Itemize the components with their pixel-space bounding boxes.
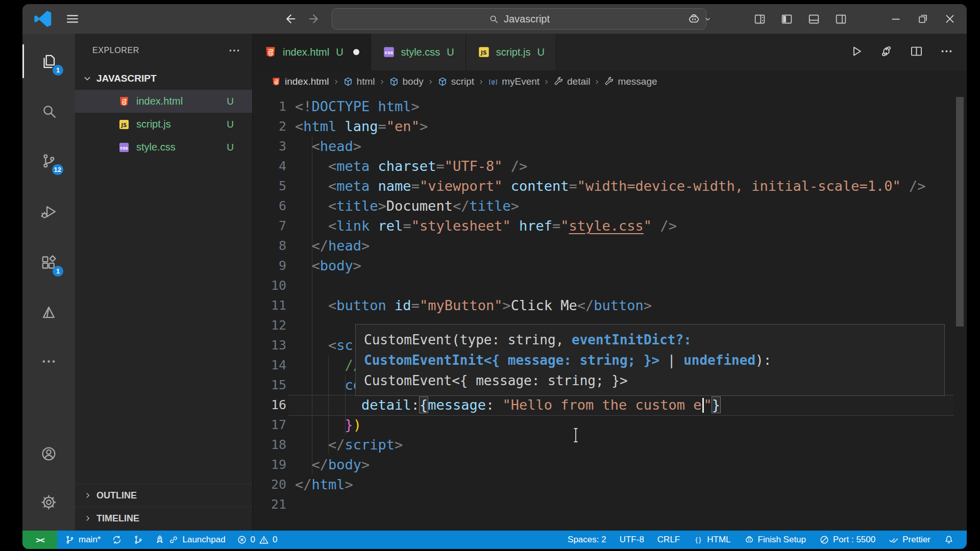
- status-notifications[interactable]: [939, 531, 959, 549]
- code-line-18[interactable]: 18 </script>: [253, 435, 967, 455]
- split-icon: [910, 44, 923, 58]
- code-line-20[interactable]: 20</html>: [253, 474, 967, 494]
- copilot-button[interactable]: [687, 12, 712, 26]
- status-live-server-port[interactable]: Port : 5500: [815, 531, 880, 549]
- symbol-event-icon: [@]: [488, 77, 498, 87]
- prism-icon: [40, 304, 57, 321]
- status-sync[interactable]: [107, 531, 127, 549]
- file-row-script.js[interactable]: JSscript.jsU: [75, 113, 252, 136]
- code-line-16[interactable]: 16 detail:{message: "Hello from the cust…: [253, 395, 967, 415]
- code-line-8[interactable]: 8 </head>: [253, 236, 967, 256]
- breadcrumb-item-script[interactable]: script: [437, 76, 474, 87]
- code-line-1[interactable]: 1<!DOCTYPE html>: [253, 96, 967, 116]
- tooltip-line: CustomEvent(type: string, eventInitDict?…: [364, 330, 936, 350]
- code-line-content: <meta name="viewport" content="width=dev…: [295, 176, 926, 196]
- status-indentation[interactable]: Spaces: 2: [563, 531, 611, 549]
- folder-row-javascript[interactable]: JAVASCRIPT: [75, 67, 252, 90]
- mouse-ibeam-cursor: [570, 427, 582, 443]
- toggle-panel-icon[interactable]: [807, 13, 820, 26]
- activity-item-more-views[interactable]: [36, 349, 61, 373]
- code-line-21[interactable]: 21: [253, 494, 967, 514]
- editor-action-split-editor[interactable]: [910, 44, 923, 60]
- minimize-icon[interactable]: [889, 12, 902, 26]
- line-number: 18: [253, 435, 286, 455]
- activity-item-settings[interactable]: [36, 490, 61, 514]
- file-row-index.html[interactable]: index.htmlU: [75, 90, 252, 113]
- breadcrumb-item-message[interactable]: message: [604, 76, 657, 87]
- editor-action-more-actions[interactable]: [940, 44, 953, 60]
- line-number: 19: [253, 455, 286, 474]
- sidebar-sections: OUTLINETIMELINE: [75, 484, 252, 530]
- svg-text:{}: {}: [695, 536, 702, 543]
- activity-bar: 1121: [22, 34, 75, 531]
- bell-icon: [944, 535, 954, 545]
- code-editor[interactable]: 1<!DOCTYPE html>2<html lang="en">3 <head…: [253, 93, 967, 531]
- compare-icon: [879, 44, 893, 58]
- activity-item-source-control[interactable]: 12: [36, 148, 61, 173]
- command-center-search[interactable]: Javascript: [332, 8, 706, 30]
- file-row-style.css[interactable]: cssstyle.cssU: [75, 136, 252, 159]
- section-label: TIMELINE: [96, 513, 139, 524]
- activity-item-search[interactable]: [36, 98, 61, 123]
- close-icon[interactable]: [943, 12, 957, 26]
- activity-item-explorer[interactable]: 1: [36, 49, 61, 73]
- customize-layout-icon[interactable]: [753, 13, 766, 26]
- editor-scrollbar[interactable]: [956, 97, 964, 327]
- editor-action-open-changes[interactable]: [879, 44, 893, 60]
- toggle-primary-sidebar-icon[interactable]: [780, 13, 793, 26]
- activity-item-accounts[interactable]: [36, 441, 61, 466]
- activity-item-prism-extension[interactable]: [36, 300, 61, 324]
- code-line-content: </html>: [295, 474, 353, 494]
- code-line-6[interactable]: 6 <title>Document</title>: [253, 196, 967, 216]
- status-language-mode[interactable]: {}HTML: [689, 531, 735, 549]
- navigate-back-icon[interactable]: [283, 12, 297, 26]
- status-copilot-setup[interactable]: Finish Setup: [740, 531, 811, 549]
- code-line-content: <!DOCTYPE html>: [295, 96, 420, 116]
- tooltip-line: CustomEvent<{ message: string; }>: [364, 370, 936, 391]
- editor-action-run[interactable]: [849, 44, 863, 60]
- toggle-secondary-sidebar-icon[interactable]: [835, 13, 847, 26]
- breadcrumb-item-detail[interactable]: detail: [553, 76, 590, 87]
- status-prettier[interactable]: Prettier: [884, 531, 935, 549]
- code-line-5[interactable]: 5 <meta name="viewport" content="width=d…: [253, 176, 967, 196]
- navigate-forward-icon[interactable]: [307, 12, 322, 26]
- tab-index.html[interactable]: index.htmlU: [253, 34, 371, 70]
- activity-item-extensions[interactable]: 1: [36, 250, 61, 274]
- warning-icon: [259, 535, 269, 545]
- sidebar-section-outline[interactable]: OUTLINE: [75, 484, 252, 507]
- code-line-content: detail:{message: "Hello from the custom …: [295, 395, 720, 415]
- chevron-right-icon: [83, 514, 92, 523]
- code-line-11[interactable]: 11 <button id="myButton">Click Me</butto…: [253, 295, 967, 315]
- status-end-of-line[interactable]: CRLF: [653, 531, 684, 549]
- code-line-17[interactable]: 17 }): [253, 415, 967, 435]
- vscode-window: Javascript: [22, 4, 967, 549]
- code-line-10[interactable]: 10: [253, 276, 967, 295]
- breadcrumb-item-index.html[interactable]: index.html: [271, 76, 329, 87]
- code-line-7[interactable]: 7 <link rel="stylesheet" href="style.css…: [253, 216, 967, 236]
- status-encoding[interactable]: UTF-8: [615, 531, 649, 549]
- activity-item-run-and-debug[interactable]: [36, 199, 61, 224]
- status-branch[interactable]: main*: [60, 531, 105, 549]
- breadcrumb-item-html[interactable]: html: [343, 76, 375, 87]
- ellipsis-icon: [940, 44, 953, 58]
- status-source-control-graph[interactable]: [129, 531, 148, 549]
- tab-script.js[interactable]: JSscript.jsU: [466, 34, 556, 70]
- code-line-19[interactable]: 19 </body>: [253, 455, 967, 474]
- modified-dot-icon[interactable]: [353, 49, 359, 55]
- tab-style.css[interactable]: cssstyle.cssU: [371, 34, 466, 70]
- file-name: style.css: [136, 141, 176, 153]
- status-launchpad[interactable]: Launchpad: [150, 531, 230, 549]
- menu-icon[interactable]: [65, 12, 80, 26]
- code-line-9[interactable]: 9 <body>: [253, 256, 967, 276]
- explorer-more-actions-icon[interactable]: [228, 44, 241, 57]
- code-line-4[interactable]: 4 <meta charset="UTF-8" />: [253, 156, 967, 176]
- remote-indicator[interactable]: ><: [22, 531, 57, 549]
- sidebar-section-timeline[interactable]: TIMELINE: [75, 507, 252, 530]
- restore-window-icon[interactable]: [917, 13, 929, 25]
- breadcrumb-item-myEvent[interactable]: [@]myEvent: [488, 76, 540, 87]
- git-status-badge: U: [537, 46, 545, 58]
- breadcrumb-item-body[interactable]: body: [389, 76, 424, 87]
- code-line-3[interactable]: 3 <head>: [253, 136, 967, 156]
- code-line-2[interactable]: 2<html lang="en">: [253, 116, 967, 136]
- status-problems[interactable]: 00: [232, 531, 282, 549]
